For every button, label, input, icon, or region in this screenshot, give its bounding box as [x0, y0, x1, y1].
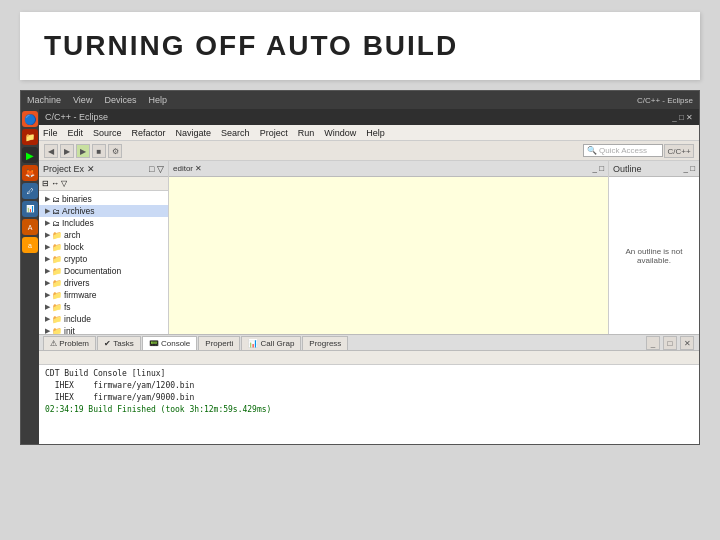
expand-arrow: ▶: [45, 315, 50, 323]
panel-controls: □ ▽: [149, 164, 164, 174]
tab-call-graph[interactable]: 📊 Call Grap: [241, 336, 301, 350]
expand-arrow: ▶: [45, 327, 50, 334]
tree-item-firmware[interactable]: ▶ 📁 firmware: [39, 289, 168, 301]
menu-file[interactable]: File: [43, 128, 58, 138]
tree-item-crypto[interactable]: ▶ 📁 crypto: [39, 253, 168, 265]
slide-title: TURNING OFF AUTO BUILD: [44, 30, 676, 62]
tree-item-label: include: [64, 314, 91, 324]
ubuntu-time: C/C++ - Eclipse: [637, 96, 693, 105]
launcher-app1[interactable]: 🖊: [22, 183, 38, 199]
toolbar-btn-1[interactable]: ◀: [44, 144, 58, 158]
toolbar-btn-2[interactable]: ▶: [60, 144, 74, 158]
outline-controls: _ □: [683, 164, 695, 173]
ubuntu-menu-items: Machine View Devices Help: [27, 95, 167, 105]
tree-item-documentation[interactable]: ▶ 📁 Documentation: [39, 265, 168, 277]
launcher-files[interactable]: 📁: [22, 129, 38, 145]
tab-tasks[interactable]: ✔ Tasks: [97, 336, 141, 350]
tree-item-arch[interactable]: ▶ 📁 arch: [39, 229, 168, 241]
tree-item-label: fs: [64, 302, 71, 312]
project-explorer-toolbar: ⊟ ↔ ▽: [39, 177, 168, 191]
launcher-app3[interactable]: A: [22, 219, 38, 235]
menu-window[interactable]: Window: [324, 128, 356, 138]
link-editor-btn[interactable]: ↔: [51, 179, 59, 188]
tree-item-label: drivers: [64, 278, 90, 288]
tab-console[interactable]: 📟 Console: [142, 336, 198, 350]
project-explorer-panel: Project Ex ✕ □ ▽ ⊟ ↔ ▽ ▶ 🗂 binaries ▶: [39, 161, 169, 334]
ubuntu-sidebar: 🔵 📁 ▶ 🦊 🖊 📊 A a: [21, 109, 39, 444]
outline-message: An outline is not available.: [617, 247, 691, 265]
tree-item-fs[interactable]: ▶ 📁 fs: [39, 301, 168, 313]
tree-item-include[interactable]: ▶ 📁 include: [39, 313, 168, 325]
bottom-panel-maximize[interactable]: □: [663, 336, 677, 350]
quick-access-label: Quick Access: [599, 146, 647, 155]
tree-item-drivers[interactable]: ▶ 📁 drivers: [39, 277, 168, 289]
launcher-amazon[interactable]: a: [22, 237, 38, 253]
tree-item-block[interactable]: ▶ 📁 block: [39, 241, 168, 253]
collapse-all-btn[interactable]: ⊟: [42, 179, 49, 188]
launcher-terminal[interactable]: ▶: [22, 147, 38, 163]
toolbar-perspective-btn[interactable]: C/C++: [664, 144, 694, 158]
eclipse-toolbar: ◀ ▶ ▶ ■ ⚙ 🔍 Quick Access C/C++: [39, 141, 699, 161]
editor-area: editor ✕ _ □: [169, 161, 609, 334]
editor-controls: _ □: [592, 164, 604, 173]
bottom-panel-close[interactable]: ✕: [680, 336, 694, 350]
ubuntu-menu-devices[interactable]: Devices: [104, 95, 136, 105]
console-line-1: CDT Build Console [linux]: [45, 368, 693, 380]
bottom-panel-minimize[interactable]: _: [646, 336, 660, 350]
launcher-firefox[interactable]: 🦊: [22, 165, 38, 181]
slide-title-area: TURNING OFF AUTO BUILD: [20, 12, 700, 80]
toolbar-btn-5[interactable]: ⚙: [108, 144, 122, 158]
toolbar-btn-3[interactable]: ▶: [76, 144, 90, 158]
editor-content[interactable]: [169, 177, 608, 334]
menu-project[interactable]: Project: [260, 128, 288, 138]
tree-item-label: init: [64, 326, 75, 334]
editor-title-bar: editor ✕ _ □: [169, 161, 608, 177]
menu-help[interactable]: Help: [366, 128, 385, 138]
expand-arrow: ▶: [45, 291, 50, 299]
eclipse-title-bar: C/C++ - Eclipse _ □ ✕: [39, 109, 699, 125]
launcher-ubuntu[interactable]: 🔵: [22, 111, 38, 127]
tab-progress[interactable]: Progress: [302, 336, 348, 350]
ubuntu-menu-view[interactable]: View: [73, 95, 92, 105]
tree-item-label: Includes: [62, 218, 94, 228]
tree-item-label: Documentation: [64, 266, 121, 276]
tab-properties[interactable]: Properti: [198, 336, 240, 350]
tree-item-archives[interactable]: ▶ 🗂 Archives: [39, 205, 168, 217]
search-icon: 🔍: [587, 146, 597, 155]
menu-edit[interactable]: Edit: [68, 128, 84, 138]
ubuntu-menu-help[interactable]: Help: [148, 95, 167, 105]
eclipse-window: C/C++ - Eclipse _ □ ✕ File Edit Source R…: [39, 109, 699, 444]
console-line-2: IHEX firmware/yam/1200.bin: [45, 380, 693, 392]
tree-item-init[interactable]: ▶ 📁 init: [39, 325, 168, 334]
toolbar-btn-4[interactable]: ■: [92, 144, 106, 158]
menu-run[interactable]: Run: [298, 128, 315, 138]
tree-item-label: arch: [64, 230, 81, 240]
launcher-app2[interactable]: 📊: [22, 201, 38, 217]
console-toolbar: [39, 351, 699, 365]
ubuntu-menu-machine[interactable]: Machine: [27, 95, 61, 105]
editor-tab[interactable]: editor ✕: [173, 164, 202, 173]
menu-navigate[interactable]: Navigate: [176, 128, 212, 138]
expand-arrow: ▶: [45, 255, 50, 263]
tab-problem[interactable]: ⚠ Problem: [43, 336, 96, 350]
project-tree: ▶ 🗂 binaries ▶ 🗂 Archives ▶ 🗂 Includes: [39, 191, 168, 334]
outline-content: An outline is not available.: [609, 177, 699, 334]
quick-access-search[interactable]: 🔍 Quick Access: [583, 144, 663, 157]
expand-arrow: ▶: [45, 243, 50, 251]
menu-source[interactable]: Source: [93, 128, 122, 138]
expand-arrow: ▶: [45, 195, 50, 203]
view-menu-btn[interactable]: ▽: [61, 179, 67, 188]
outline-panel: Outline _ □ An outline is not available.: [609, 161, 699, 334]
eclipse-main-area: Project Ex ✕ □ ▽ ⊟ ↔ ▽ ▶ 🗂 binaries ▶: [39, 161, 699, 334]
bottom-tabs-bar: ⚠ Problem ✔ Tasks 📟 Console Properti 📊 C…: [39, 335, 699, 351]
project-explorer-title-bar: Project Ex ✕ □ ▽: [39, 161, 168, 177]
expand-arrow: ▶: [45, 267, 50, 275]
console-line-4: 02:34:19 Build Finished (took 3h:12m:59s…: [45, 404, 693, 416]
menu-search[interactable]: Search: [221, 128, 250, 138]
eclipse-menu-bar: File Edit Source Refactor Navigate Searc…: [39, 125, 699, 141]
tree-item-includes[interactable]: ▶ 🗂 Includes: [39, 217, 168, 229]
bottom-panel: ⚠ Problem ✔ Tasks 📟 Console Properti 📊 C…: [39, 334, 699, 444]
tree-item-binaries[interactable]: ▶ 🗂 binaries: [39, 193, 168, 205]
tree-item-label: Archives: [62, 206, 95, 216]
menu-refactor[interactable]: Refactor: [132, 128, 166, 138]
